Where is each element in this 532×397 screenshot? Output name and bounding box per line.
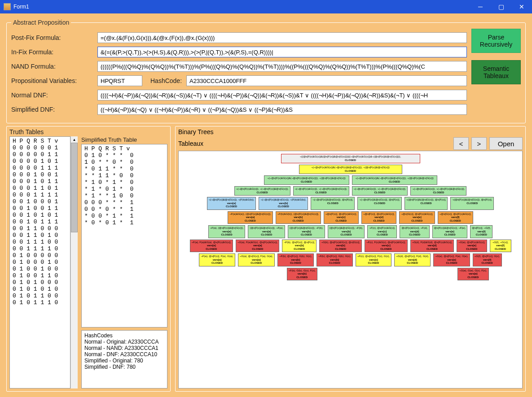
tree-node: ¬(¬@x[F(x)]&@x[G(x)]), ¬(F(b)&G(b)),vars… [207,197,256,210]
tree-node: ¬F(b)&G(b)), (@x[F(x)]&@x[G(x)]),vars[b]… [276,211,321,224]
truth-table-list[interactable]: H P Q R S T v 0 0 0 0 0 0 1 0 0 0 0 0 1 … [9,136,70,388]
tree-node: ¬G(d), @x[F(x)], F(d), G(d),vars[d]CLOSE… [394,253,431,266]
semantic-tableaux-button[interactable]: Semantic Tableaux [471,60,521,84]
ndnf-input[interactable] [97,90,467,100]
abstract-legend: Abstract Proposition [11,19,71,26]
maximize-button[interactable]: ▢ [491,0,511,13]
tree-node: @x[F(x)], ¬G(f),vars[f]CLOSED [470,225,492,238]
tree-node: ¬(¬@x[F(x)&G(x)]&(¬@x[F(x)]&@x[G(x)])), … [299,165,402,174]
tree-node: ¬(@x[F(x)]&(@x[G(x)]), @x[F(x)],CLOSED [404,197,448,210]
tree-node: ¬F(a)&G(a)), (@x[F(x)]&@x[G(x)]),vars[a]… [228,211,273,224]
tree-node: ¬G(e), @x[F(x)&G(x)],vars[e]CLOSED [457,240,487,253]
tree-node: ¬F(c), F(c)&G(c), @x[F(x)&G(x)],vars[c]C… [365,240,408,253]
binary-trees-title: Binary Trees [178,128,214,135]
tree-node: ¬F(b), G(b), G(x), F(x),vars[b]CLOSED [287,268,318,281]
tree-node: ¬F(a), @x[F(x)], F(a), G(a),vars[a]CLOSE… [199,253,235,266]
postfix-input[interactable] [97,32,467,43]
tree-node: ¬(¬@x[F(x)]&@x[G(x)]), ¬(F(b)&G(b)),vars… [259,197,308,210]
tree-node: ¬G(e), G(e), G(x), F(x),vars[e]CLOSED [457,268,489,281]
tree-node: ¬F(b), @x[F(x)], G(b), G(c),vars[b]CLOSE… [317,253,353,266]
abstract-proposition-group: Abstract Proposition Post-Fix Formula: I… [6,19,526,123]
tree-node: ¬F(c), @x[F(x)&G(x)],vars[c]CLOSED [367,225,397,238]
tree-node: @x[F(x)]&@x[G(x)], ¬F(e),vars[e]CLOSED [432,225,468,238]
nand-input[interactable] [97,61,467,72]
binary-trees-panel: Binary Trees Tableaux < > Open ¬((@x[F(x… [175,126,526,392]
tree-node: ¬@x[G(x)], @x[F(x)&G(x)],vars[f]CLOSED [438,211,473,224]
tree-node: ¬(¬@x[F(x)]&@x[G(x)]), @x[F(x)],CLOSED [357,197,401,210]
window-titlebar: Form1 ─ ▢ ✕ [0,0,532,13]
nand-label: NAND Formula: [11,63,96,70]
tree-next-button[interactable]: > [471,137,487,150]
propvars-input[interactable] [97,75,142,86]
scroll-up-icon[interactable]: ▲ [71,136,78,143]
hashcode-input[interactable] [186,75,467,86]
tree-node: ¬(¬@x[F(x)&G(x)]), ¬(¬@x[F(x)]&@x[G(x)])… [293,186,349,196]
tree-node: ¬F(b), @x[F(x)], @x[F(x)],vars[b]CLOSED [282,240,317,253]
simplified-truth-table-list[interactable]: H P Q R S T v 0 1 0 * * * 0 1 0 * * 0 * … [81,144,167,327]
tree-node: ¬G(f), @x[F(x)], G(x),vars[f]CLOSED [473,253,502,266]
tree-node: ¬@x[F(x)], @x[F(x)&G(x)],vars[d]CLOSED [361,211,396,224]
tree-node: ¬G(b), @x[F(x)&G(x)], @x[G(x)],vars[b]CL… [319,240,362,253]
minimize-button[interactable]: ─ [470,0,491,13]
truth-tables-title: Truth Tables [9,128,167,135]
postfix-label: Post-Fix Formula: [11,34,96,41]
hashcodes-box[interactable]: HashCodes Normal - Original: A2330CCCA N… [81,330,167,388]
tree-node: ¬F(a), F(a)&G(a), @x[F(x)&G(x)],vars[a]C… [190,240,233,253]
tree-node: ¬G(a), F(a)&G(c), @x[F(x)&G(x)],vars[a]C… [236,240,279,253]
tree-node: ¬G(d), F(d)&G(d), @x[F(x)&G(x)],vars[d]C… [410,240,454,253]
simplified-tt-title: Simplified Truth Table [81,136,167,143]
tree-node: ¬((@x[F(x)&G(x)]&(@x[F(x)]&@x[G(x)]))|((… [281,154,420,163]
tree-node: @x[F(x)&G(x)], ¬F(d),vars[d]CLOSED [400,225,429,238]
tree-node: (@x[F(x)]&@x[G(x)]), ¬F(a),vars[a]CLOSED [248,225,285,238]
tableaux-title: Tableaux [178,140,203,147]
tree-node: ¬F(a), (@x[F(x)]&@x[G(x)]),vars[a]CLOSED [208,225,246,238]
app-icon [4,3,11,10]
tree-node: ¬F(c), @x[G(x)], F(c), G(c),vars[c]CLOSE… [356,253,391,266]
tree-node: ¬G(f), ¬G(x)],vars[f]CLOSED [490,240,511,253]
tree-node: ¬G(a), @x[G(x)], F(a), G(a),vars[a]CLOSE… [238,253,275,266]
ndnf-label: Normal DNF: [11,92,96,99]
tree-node: ¬(¬@x[F(x)&G(x)]), ¬(¬@x[F(x)]&@x[G(x)])… [410,186,466,196]
tree-node: ¬@x[F(x)], @x[F(x)&G(x)],vars[c]CLOSED [324,211,359,224]
tree-prev-button[interactable]: < [453,137,469,150]
sdnf-label: Simplified DNF: [11,106,96,113]
truth-tables-panel: Truth Tables H P Q R S T v 0 0 0 0 0 0 1… [6,126,171,392]
truth-table-scrollbar[interactable]: ▲ [70,136,78,388]
sdnf-input[interactable] [97,104,467,115]
tree-node: ¬@x[G(x)], @x[F(x)&G(x)],vars[e]CLOSED [399,211,435,224]
parse-recursively-button[interactable]: Parse Recursively [471,29,521,53]
tree-node: ¬(@x[F(x)]&(@x[G(x)]), @x[F(x)],CLOSED [450,197,494,210]
tree-canvas[interactable]: ¬((@x[F(x)&G(x)]&(@x[F(x)]&@x[G(x)]))|((… [178,151,523,388]
infix-label: In-Fix Formula: [11,48,96,56]
tree-node: ¬G(e), @x[F(x)], F(e), G(e),vars[e]CLOSE… [433,253,470,266]
tree-node: ¬(¬@x[F(x)&G(x)]), ¬(¬@x[F(x)]&@x[G(x)])… [352,186,408,196]
scroll-thumb[interactable] [71,143,78,232]
window-title: Form1 [13,4,29,10]
tree-node: ¬(¬@x[F(x)&G(x)]), ¬(¬@x[F(x)]&@x[G(x)])… [234,186,290,196]
tree-node: (@x[F(x)]&@x[G(x)]), ¬F(b),vars[b]CLOSED [328,225,365,238]
tree-node: ¬F(b), @x[F(x)], G(b), G(c),vars[b]CLOSE… [277,253,314,266]
tree-node: ¬(¬@x[F(x)]&@x[G(x)]), @x[F(x)],CLOSED [311,197,355,210]
infix-input[interactable] [97,47,467,57]
tree-open-button[interactable]: Open [489,137,523,150]
propvars-label: Propositional Variables: [11,77,96,84]
close-button[interactable]: ✕ [511,0,532,13]
tree-node: ¬(¬@x[F(x)&G(x)]&(¬@x[F(x)]&@x[G(x)])), … [352,175,437,185]
tree-node: (@x[F(x)]&@x[G(x)]), ¬F(b),vars[b]CLOSED [288,225,325,238]
hashcode-label: HashCode: [144,77,185,84]
tree-node: ¬(¬@x[F(x)&G(x)]&(¬@x[F(x)]&@x[G(x)])), … [264,175,349,185]
